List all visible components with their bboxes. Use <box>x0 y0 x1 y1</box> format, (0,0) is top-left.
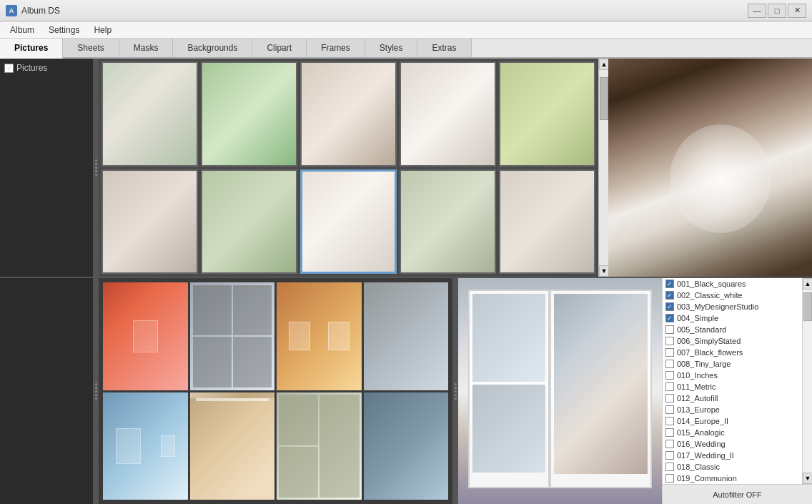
photo-thumb-4[interactable] <box>400 61 496 167</box>
sheet-list-scrollbar[interactable]: ▲ ▼ <box>802 278 812 484</box>
tab-extras[interactable]: Extras <box>417 39 471 57</box>
sheet-label-005: 005_Standard <box>677 325 726 334</box>
sheet-item-007[interactable]: 007_Black_flowers <box>663 347 802 358</box>
pictures-checkbox[interactable]: ✓ Pictures <box>4 63 89 73</box>
sheet-item-001[interactable]: ✓001_Black_squares <box>663 278 802 290</box>
sheet-item-008[interactable]: 008_Tiny_large <box>663 358 802 370</box>
sheet-scroll-up[interactable]: ▲ <box>803 278 812 290</box>
sheet-item-017[interactable]: 017_Wedding_II <box>663 450 802 461</box>
sheet-cb-010[interactable] <box>665 371 674 380</box>
scroll-up-btn[interactable]: ▲ <box>599 59 609 70</box>
sheet-cb-004[interactable]: ✓ <box>665 314 674 322</box>
sheet-item-003[interactable]: ✓003_MyDesignerStudio <box>663 301 802 312</box>
photo-image-2 <box>202 63 296 165</box>
tab-bar: Pictures Sheets Masks Backgrounds Clipar… <box>0 39 812 59</box>
sheet-cb-008[interactable] <box>665 360 674 368</box>
photo-thumb-2[interactable] <box>201 61 297 167</box>
right-panel: ✓001_Black_squares✓002_Classic_white✓003… <box>662 278 812 504</box>
title-bar: A Album DS — □ ✕ <box>0 0 812 21</box>
album-page-5[interactable] <box>103 392 188 500</box>
photo-thumb-9[interactable] <box>400 169 496 275</box>
sheet-cb-013[interactable] <box>665 405 674 414</box>
sheet-item-002[interactable]: ✓002_Classic_white <box>663 290 802 301</box>
sheet-cb-014[interactable] <box>665 417 674 425</box>
sheet-cb-005[interactable] <box>665 325 674 334</box>
sheet-label-006: 006_SimplyStated <box>677 337 741 345</box>
album-page-4[interactable] <box>364 282 449 390</box>
sheet-cb-003[interactable]: ✓ <box>665 302 674 311</box>
sheet-label-010: 010_Inches <box>677 371 718 380</box>
sheet-item-018[interactable]: 018_Classic <box>663 461 802 473</box>
sheet-cb-015[interactable] <box>665 428 674 437</box>
page-img-a <box>289 322 310 350</box>
drag-dots-bottom <box>95 278 97 504</box>
autofilter-button[interactable]: Autofilter OFF <box>663 484 812 504</box>
sheet-cb-001[interactable]: ✓ <box>665 280 674 288</box>
preview-page-left <box>468 290 550 488</box>
sheet-item-019[interactable]: 019_Communion <box>663 473 802 484</box>
sheet-cb-019[interactable] <box>665 474 674 483</box>
bottom-right-drag[interactable] <box>452 278 458 504</box>
main-container: ✓ Pictures <box>0 59 812 504</box>
bottom-left-drag[interactable] <box>93 278 99 504</box>
sheet-item-014[interactable]: 014_Europe_II <box>663 415 802 427</box>
menu-settings[interactable]: Settings <box>41 24 86 36</box>
sheet-item-005[interactable]: 005_Standard <box>663 324 802 335</box>
album-page-8[interactable] <box>364 392 449 500</box>
photo-thumb-6[interactable] <box>102 169 198 275</box>
left-drag-handle[interactable] <box>93 59 99 277</box>
minimize-button[interactable]: — <box>748 4 766 18</box>
menu-help[interactable]: Help <box>86 24 119 36</box>
photo-thumb-10[interactable] <box>499 169 595 275</box>
sheet-item-010[interactable]: 010_Inches <box>663 370 802 381</box>
tab-pictures[interactable]: Pictures <box>0 39 63 59</box>
album-page-3[interactable] <box>277 282 362 390</box>
sheet-cb-012[interactable] <box>665 394 674 402</box>
sheet-label-001: 001_Black_squares <box>677 280 746 288</box>
top-scrollbar[interactable]: ▲ ▼ <box>598 59 608 277</box>
sheet-cb-006[interactable] <box>665 337 674 345</box>
photo-thumb-8[interactable] <box>300 169 397 275</box>
sheet-cb-016[interactable] <box>665 440 674 448</box>
sheet-cb-011[interactable] <box>665 382 674 391</box>
tab-styles[interactable]: Styles <box>365 39 418 57</box>
album-page-2[interactable] <box>190 282 275 390</box>
scroll-thumb-top[interactable] <box>600 77 608 120</box>
sheet-list: ✓001_Black_squares✓002_Classic_white✓003… <box>663 278 802 484</box>
photo-thumb-1[interactable] <box>102 61 198 167</box>
sheet-item-015[interactable]: 015_Analogic <box>663 427 802 438</box>
sheet-item-011[interactable]: 011_Metric <box>663 381 802 392</box>
sheet-item-016[interactable]: 016_Wedding <box>663 438 802 450</box>
tab-clipart[interactable]: Clipart <box>252 39 307 57</box>
maximize-button[interactable]: □ <box>768 4 786 18</box>
menu-album[interactable]: Album <box>3 24 41 36</box>
tab-frames[interactable]: Frames <box>307 39 365 57</box>
sheet-cb-002[interactable]: ✓ <box>665 291 674 300</box>
window-title: Album DS <box>21 6 60 16</box>
photo-thumb-3[interactable] <box>300 61 397 167</box>
close-button[interactable]: ✕ <box>788 4 806 18</box>
sheet-label-016: 016_Wedding <box>677 440 726 448</box>
sheet-item-004[interactable]: ✓004_Simple <box>663 312 802 324</box>
sheet-cb-017[interactable] <box>665 451 674 460</box>
sheet-item-006[interactable]: 006_SimplyStated <box>663 335 802 347</box>
photo-thumb-5[interactable] <box>499 61 595 167</box>
tab-backgrounds[interactable]: Backgrounds <box>173 39 252 57</box>
preview-image <box>608 59 812 277</box>
right-panel-inner: ✓001_Black_squares✓002_Classic_white✓003… <box>663 278 812 484</box>
scroll-down-btn[interactable]: ▼ <box>599 265 609 277</box>
sheet-item-012[interactable]: 012_Autofill <box>663 392 802 404</box>
sheet-label-008: 008_Tiny_large <box>677 360 731 368</box>
tab-masks[interactable]: Masks <box>119 39 174 57</box>
sheet-cb-018[interactable] <box>665 463 674 471</box>
album-page-1[interactable] <box>103 282 188 390</box>
sheet-item-013[interactable]: 013_Europe <box>663 404 802 415</box>
album-page-6[interactable] <box>190 392 275 500</box>
photo-image-10 <box>500 171 594 273</box>
sheet-scroll-thumb[interactable] <box>803 292 812 321</box>
album-page-7[interactable] <box>277 392 362 500</box>
sheet-cb-007[interactable] <box>665 348 674 357</box>
sheet-scroll-down[interactable]: ▼ <box>803 473 812 484</box>
tab-sheets[interactable]: Sheets <box>63 39 119 57</box>
photo-thumb-7[interactable] <box>201 169 297 275</box>
